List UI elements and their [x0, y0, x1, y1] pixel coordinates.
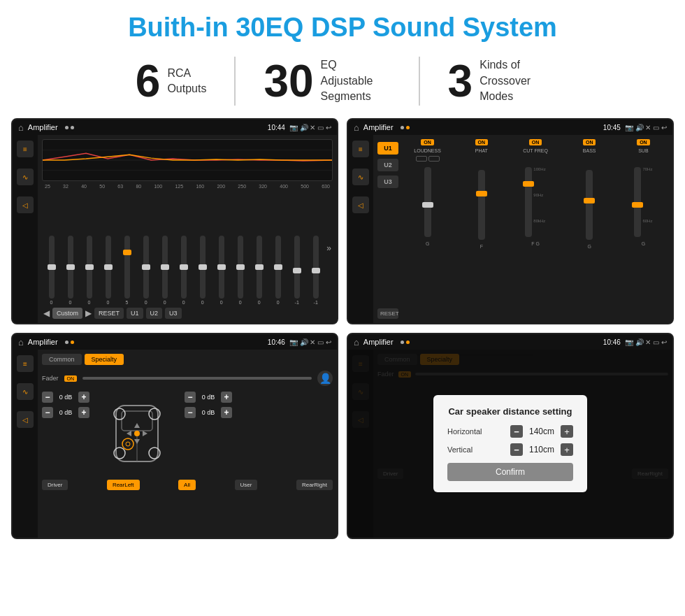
speaker-icon-2[interactable]: ◁: [352, 196, 369, 213]
wave-icon-3[interactable]: ∿: [17, 383, 34, 400]
status-bar-3: ⌂ Amplifier 10:46 📷 🔊 ✕ ▭ ↩: [13, 334, 337, 350]
stat-number-rca: 6: [136, 59, 161, 103]
speaker-main: Common Specialty Fader ON 👤: [38, 350, 337, 538]
knob-loudness: ON LOUDNESS G: [403, 139, 452, 319]
slider-7: 0: [175, 236, 192, 305]
home-icon-2: ⌂: [354, 122, 359, 133]
stat-label-rca: RCAOutputs: [167, 66, 206, 97]
speaker-icon[interactable]: ◁: [17, 196, 34, 213]
slider-14: -1: [308, 236, 324, 305]
slider-9: 0: [213, 236, 229, 305]
time-1: 10:44: [268, 124, 285, 131]
speaker-layout: − 0 dB + − 0 dB +: [42, 392, 333, 475]
horizontal-row: Horizontal − 140cm +: [447, 425, 573, 438]
confirm-button[interactable]: Confirm: [447, 463, 573, 481]
u1-channel[interactable]: U1: [377, 142, 398, 155]
u3-channel[interactable]: U3: [377, 176, 398, 188]
horizontal-label: Horizontal: [447, 427, 489, 436]
screen-amp: ⌂ Amplifier 10:45 📷 🔊 ✕ ▭ ↩ ≡ ∿ ◁: [347, 118, 674, 324]
u-channels: U1 U2 U3 RESET: [377, 139, 398, 319]
eq-sliders: 0 0 0 0: [42, 192, 333, 305]
rear-left-btn[interactable]: RearLeft: [107, 480, 140, 490]
reset-btn[interactable]: RESET: [94, 308, 124, 319]
driver-btn[interactable]: Driver: [42, 480, 68, 490]
minus-vol-tl[interactable]: −: [42, 392, 53, 403]
dot-6: [401, 341, 404, 344]
plus-vol-bl[interactable]: +: [78, 407, 89, 418]
prev-preset[interactable]: ◀: [43, 308, 50, 318]
eq-icon[interactable]: ≡: [17, 141, 34, 157]
status-bar-4: ⌂ Amplifier 10:46 📷 🔊 ✕ ▭ ↩: [348, 334, 672, 350]
reset-btn-2[interactable]: RESET: [377, 308, 398, 319]
next-preset[interactable]: ▶: [85, 308, 92, 318]
side-icons-1: ≡ ∿ ◁: [13, 135, 38, 323]
screen3-content: ≡ ∿ ◁ Common Specialty Fader ON 👤: [13, 350, 337, 538]
vertical-row: Vertical − 110cm +: [447, 443, 573, 456]
status-icons-3: 📷 🔊 ✕ ▭ ↩: [289, 338, 331, 346]
rear-right-btn[interactable]: RearRight: [296, 480, 333, 490]
vol-row-tl: − 0 dB +: [42, 392, 89, 403]
screens-grid: ⌂ Amplifier 10:44 📷 🔊 ✕ ▭ ↩ ≡ ∿ ◁: [0, 113, 685, 545]
dot-2: [71, 126, 74, 129]
minus-vol-br[interactable]: −: [185, 407, 196, 418]
plus-vol-br[interactable]: +: [221, 407, 232, 418]
stat-number-eq: 30: [264, 59, 313, 103]
eq-icon-3[interactable]: ≡: [17, 355, 34, 372]
dialog-overlay: Car speaker distance setting Horizontal …: [348, 350, 672, 538]
u1-btn[interactable]: U1: [127, 308, 143, 319]
slider-12: 0: [270, 236, 286, 305]
screen-eq: ⌂ Amplifier 10:44 📷 🔊 ✕ ▭ ↩ ≡ ∿ ◁: [11, 118, 338, 324]
horizontal-minus[interactable]: −: [510, 425, 523, 438]
slider-8: 0: [194, 236, 210, 305]
eq-icon-2[interactable]: ≡: [352, 141, 369, 157]
home-icon-1: ⌂: [18, 122, 24, 133]
person-icon: 👤: [317, 371, 333, 386]
u2-channel[interactable]: U2: [377, 159, 398, 171]
status-bar-1: ⌂ Amplifier 10:44 📷 🔊 ✕ ▭ ↩: [13, 120, 337, 135]
tab-specialty[interactable]: Specialty: [85, 354, 124, 365]
u3-btn[interactable]: U3: [165, 308, 182, 319]
page-wrapper: Buith-in 30EQ DSP Sound System 6 RCAOutp…: [0, 0, 685, 545]
screen4-content: ≡ ∿ ◁ Common Specialty Fader ON: [348, 350, 672, 538]
more-arrow[interactable]: »: [326, 243, 331, 253]
stat-rca: 6 RCAOutputs: [108, 59, 235, 103]
vertical-plus[interactable]: +: [561, 443, 573, 456]
plus-vol-tr[interactable]: +: [221, 392, 232, 403]
eq-freq-labels: 25 32 40 50 63 80 100 125 160 200 250 32…: [42, 184, 333, 189]
vol-val-tr: 0 dB: [199, 394, 218, 401]
fader-slider[interactable]: [82, 377, 312, 380]
eq-main: 25 32 40 50 63 80 100 125 160 200 250 32…: [38, 135, 337, 323]
svg-point-11: [126, 442, 130, 446]
loudness-toggles: [416, 156, 440, 162]
minus-vol-bl[interactable]: −: [42, 407, 53, 418]
minus-vol-tr[interactable]: −: [185, 392, 196, 403]
slider-4: 5: [119, 236, 135, 305]
preset-name: Custom: [52, 308, 82, 319]
amp-layout: U1 U2 U3 RESET ON LOUDNESS: [373, 135, 672, 323]
slider-0: 0: [43, 236, 59, 305]
status-icons-2: 📷 🔊 ✕ ▭ ↩: [625, 124, 667, 131]
stat-number-crossover: 3: [448, 59, 473, 103]
horizontal-value: 140cm: [527, 427, 556, 436]
slider-3: 0: [100, 236, 116, 305]
wave-icon-2[interactable]: ∿: [352, 169, 369, 185]
svg-point-10: [122, 438, 134, 450]
speaker-icon-3[interactable]: ◁: [17, 411, 34, 428]
dot-orange: [406, 126, 410, 129]
knob-phat: ON PHAT F: [456, 139, 506, 319]
wave-icon[interactable]: ∿: [17, 169, 34, 185]
all-btn[interactable]: All: [178, 480, 196, 490]
vertical-minus[interactable]: −: [510, 443, 523, 456]
fader-on-badge: ON: [64, 375, 78, 382]
u2-btn[interactable]: U2: [146, 308, 163, 319]
user-btn[interactable]: User: [235, 480, 258, 490]
horizontal-plus[interactable]: +: [561, 425, 573, 438]
knob-cutfreq: ON CUT FREQ 100Hz 90Hz 80kHz: [510, 139, 560, 319]
status-dots-2: [401, 126, 410, 129]
tab-common[interactable]: Common: [42, 354, 82, 365]
svg-marker-13: [134, 423, 140, 428]
side-icons-3: ≡ ∿ ◁: [13, 350, 38, 538]
plus-vol-tl[interactable]: +: [78, 392, 89, 403]
screen1-content: ≡ ∿ ◁: [13, 135, 337, 323]
eq-bottom-bar: ◀ Custom ▶ RESET U1 U2 U3: [42, 308, 333, 319]
